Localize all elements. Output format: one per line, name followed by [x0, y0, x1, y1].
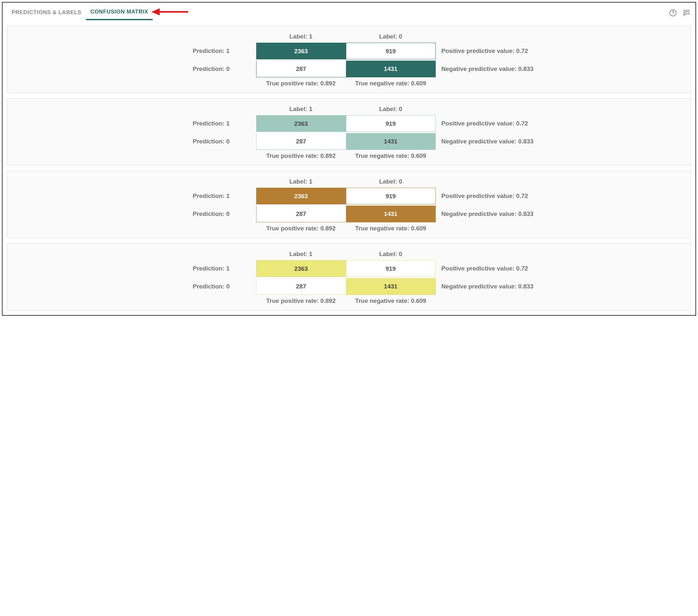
- npv-value: Negative predictive value: 0.833: [436, 138, 532, 145]
- cell-fp: 919: [346, 260, 436, 277]
- cell-tp: 2363: [256, 188, 346, 204]
- npv-value: Negative predictive value: 0.833: [436, 66, 532, 72]
- confusion-matrix-grid: Label: 1Label: 0Prediction: 12363919Posi…: [166, 32, 532, 88]
- tpr-value: True positive rate: 0.892: [256, 152, 346, 160]
- col-header-label-1: Label: 1: [256, 250, 346, 258]
- cell-fn: 287: [256, 206, 346, 222]
- ppv-value: Positive predictive value: 0.72: [436, 47, 532, 55]
- col-header-label-0: Label: 0: [346, 33, 436, 40]
- ppv-value: Positive predictive value: 0.72: [436, 120, 532, 127]
- cell-tp: 2363: [256, 260, 346, 277]
- row-header-pred-0: Prediction: 0: [166, 210, 256, 218]
- tpr-value: True positive rate: 0.892: [256, 298, 346, 304]
- row-header-pred-1: Prediction: 1: [166, 47, 256, 55]
- cell-fp: 919: [346, 115, 436, 132]
- arrow-icon: [151, 6, 190, 17]
- confusion-matrix-grid: Label: 1Label: 0Prediction: 12363919Posi…: [166, 104, 532, 161]
- cell-fp: 919: [346, 43, 436, 59]
- cell-tn: 1431: [346, 278, 436, 295]
- tpr-value: True positive rate: 0.892: [256, 225, 346, 232]
- row-header-pred-1: Prediction: 1: [166, 192, 256, 200]
- comment-icon[interactable]: [682, 8, 691, 17]
- cell-tp: 2363: [256, 115, 346, 132]
- tnr-value: True negative rate: 0.609: [346, 225, 436, 232]
- tpr-value: True positive rate: 0.892: [256, 80, 346, 87]
- tnr-value: True negative rate: 0.609: [346, 298, 436, 304]
- svg-point-3: [673, 14, 673, 15]
- ppv-value: Positive predictive value: 0.72: [436, 265, 532, 272]
- confusion-matrix-card: Label: 1Label: 0Prediction: 12363919Posi…: [7, 171, 691, 238]
- tabs-row: PREDICTIONS & LABELS CONFUSION MATRIX: [7, 5, 691, 20]
- ppv-value: Positive predictive value: 0.72: [436, 192, 532, 200]
- col-header-label-0: Label: 0: [346, 250, 436, 258]
- panel-frame: PREDICTIONS & LABELS CONFUSION MATRIX La…: [2, 2, 696, 316]
- tab-confusion-matrix[interactable]: CONFUSION MATRIX: [86, 5, 153, 20]
- row-header-pred-1: Prediction: 1: [166, 265, 256, 272]
- npv-value: Negative predictive value: 0.833: [436, 283, 532, 290]
- cell-fn: 287: [256, 133, 346, 150]
- matrices-container: Label: 1Label: 0Prediction: 12363919Posi…: [7, 26, 691, 311]
- col-header-label-1: Label: 1: [256, 33, 346, 40]
- tnr-value: True negative rate: 0.609: [346, 80, 436, 87]
- cell-fn: 287: [256, 60, 346, 77]
- col-header-label-0: Label: 0: [346, 178, 436, 185]
- confusion-matrix-card: Label: 1Label: 0Prediction: 12363919Posi…: [7, 98, 691, 166]
- tnr-value: True negative rate: 0.609: [346, 152, 436, 160]
- tab-predictions-labels[interactable]: PREDICTIONS & LABELS: [7, 6, 86, 19]
- row-header-pred-0: Prediction: 0: [166, 66, 256, 72]
- confusion-matrix-grid: Label: 1Label: 0Prediction: 12363919Posi…: [166, 177, 532, 233]
- confusion-matrix-card: Label: 1Label: 0Prediction: 12363919Posi…: [7, 26, 691, 93]
- cell-tn: 1431: [346, 133, 436, 150]
- npv-value: Negative predictive value: 0.833: [436, 210, 532, 218]
- confusion-matrix-card: Label: 1Label: 0Prediction: 12363919Posi…: [7, 243, 691, 311]
- col-header-label-0: Label: 0: [346, 106, 436, 113]
- cell-tn: 1431: [346, 60, 436, 77]
- col-header-label-1: Label: 1: [256, 178, 346, 185]
- row-header-pred-1: Prediction: 1: [166, 120, 256, 127]
- cell-fn: 287: [256, 278, 346, 295]
- row-header-pred-0: Prediction: 0: [166, 138, 256, 145]
- cell-tp: 2363: [256, 43, 346, 59]
- help-icon[interactable]: [669, 8, 678, 17]
- cell-fp: 919: [346, 188, 436, 204]
- cell-tn: 1431: [346, 206, 436, 222]
- col-header-label-1: Label: 1: [256, 106, 346, 113]
- row-header-pred-0: Prediction: 0: [166, 283, 256, 290]
- confusion-matrix-grid: Label: 1Label: 0Prediction: 12363919Posi…: [166, 249, 532, 306]
